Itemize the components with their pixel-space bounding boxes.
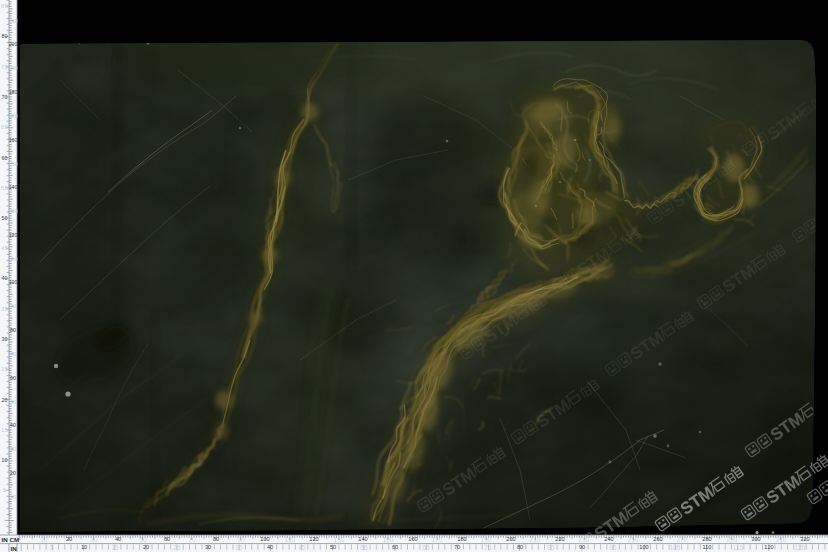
svg-text:55: 55: [360, 544, 368, 551]
svg-text:140: 140: [9, 184, 18, 190]
svg-text:CM: CM: [10, 536, 20, 543]
svg-text:40: 40: [267, 544, 273, 550]
svg-text:105: 105: [669, 544, 680, 551]
svg-text:160: 160: [408, 536, 417, 542]
svg-text:220: 220: [555, 536, 564, 542]
svg-text:20: 20: [143, 544, 149, 550]
svg-text:85: 85: [547, 544, 555, 551]
svg-text:60: 60: [164, 536, 170, 542]
svg-text:30: 30: [2, 336, 8, 342]
svg-text:110: 110: [285, 536, 296, 543]
svg-text:60: 60: [10, 375, 16, 381]
svg-text:45: 45: [298, 544, 306, 551]
svg-text:85: 85: [1, 2, 8, 9]
svg-text:130: 130: [333, 536, 344, 543]
svg-text:115: 115: [733, 544, 744, 551]
svg-text:90: 90: [579, 544, 585, 550]
svg-text:40: 40: [10, 422, 16, 428]
svg-text:5: 5: [50, 544, 54, 551]
svg-text:10: 10: [81, 544, 87, 550]
svg-text:180: 180: [9, 89, 18, 95]
svg-text:20: 20: [2, 397, 8, 403]
svg-text:270: 270: [676, 536, 687, 543]
svg-text:40: 40: [2, 275, 8, 281]
svg-text:170: 170: [431, 536, 442, 543]
svg-text:130: 130: [8, 207, 19, 214]
svg-text:IN: IN: [11, 545, 18, 552]
svg-text:25: 25: [173, 544, 181, 551]
svg-text:90: 90: [237, 536, 245, 543]
svg-text:75: 75: [1, 63, 8, 70]
svg-text:310: 310: [775, 536, 786, 543]
svg-text:100: 100: [260, 536, 269, 542]
svg-text:190: 190: [480, 536, 491, 543]
svg-text:70: 70: [2, 94, 8, 100]
svg-text:15: 15: [111, 544, 119, 551]
svg-text:300: 300: [751, 536, 760, 542]
svg-text:35: 35: [1, 305, 8, 312]
svg-text:95: 95: [609, 544, 617, 551]
svg-text:5: 5: [3, 486, 7, 493]
svg-text:280: 280: [702, 536, 711, 542]
svg-text:55: 55: [1, 184, 8, 191]
svg-text:200: 200: [506, 536, 515, 542]
svg-text:10: 10: [10, 493, 17, 500]
svg-text:20: 20: [10, 470, 16, 476]
svg-text:170: 170: [8, 112, 19, 119]
svg-text:IN: IN: [2, 536, 9, 543]
svg-text:50: 50: [139, 536, 147, 543]
svg-text:120: 120: [309, 536, 318, 542]
svg-text:250: 250: [627, 536, 638, 543]
svg-text:60: 60: [2, 155, 8, 161]
svg-text:80: 80: [2, 33, 8, 39]
svg-text:240: 240: [604, 536, 613, 542]
svg-text:80: 80: [10, 327, 16, 333]
svg-text:15: 15: [1, 426, 8, 433]
svg-text:210: 210: [529, 536, 540, 543]
svg-text:320: 320: [800, 536, 809, 542]
svg-text:290: 290: [726, 536, 737, 543]
svg-text:160: 160: [9, 137, 18, 143]
svg-text:30: 30: [205, 544, 211, 550]
svg-text:100: 100: [639, 544, 648, 550]
svg-text:60: 60: [392, 544, 398, 550]
svg-text:140: 140: [358, 536, 367, 542]
svg-text:120: 120: [9, 232, 18, 238]
svg-text:120: 120: [764, 544, 773, 550]
svg-text:70: 70: [188, 536, 196, 543]
svg-text:75: 75: [484, 544, 492, 551]
svg-text:150: 150: [8, 160, 19, 167]
svg-text:190: 190: [8, 64, 19, 71]
svg-text:20: 20: [66, 536, 72, 542]
svg-text:110: 110: [703, 544, 712, 550]
svg-text:230: 230: [578, 536, 589, 543]
svg-text:50: 50: [330, 544, 336, 550]
svg-text:30: 30: [10, 445, 17, 452]
svg-text:35: 35: [235, 544, 243, 551]
svg-text:65: 65: [1, 123, 8, 130]
svg-text:180: 180: [457, 536, 466, 542]
svg-text:50: 50: [10, 398, 17, 405]
svg-text:70: 70: [454, 544, 460, 550]
svg-text:110: 110: [8, 255, 18, 262]
svg-text:260: 260: [653, 536, 662, 542]
svg-text:30: 30: [90, 536, 98, 543]
svg-text:150: 150: [382, 536, 393, 543]
svg-text:80: 80: [517, 544, 523, 550]
svg-text:70: 70: [10, 350, 17, 357]
svg-text:45: 45: [1, 244, 8, 251]
svg-text:80: 80: [213, 536, 219, 542]
svg-text:25: 25: [1, 365, 8, 372]
svg-text:210: 210: [8, 17, 19, 24]
svg-text:50: 50: [2, 215, 8, 221]
svg-text:10: 10: [2, 457, 8, 463]
svg-text:200: 200: [9, 41, 18, 47]
svg-text:90: 90: [10, 302, 17, 309]
svg-text:125: 125: [794, 544, 805, 551]
svg-text:100: 100: [9, 279, 18, 285]
svg-text:10: 10: [40, 536, 48, 543]
svg-text:65: 65: [422, 544, 430, 551]
svg-text:40: 40: [115, 536, 121, 542]
